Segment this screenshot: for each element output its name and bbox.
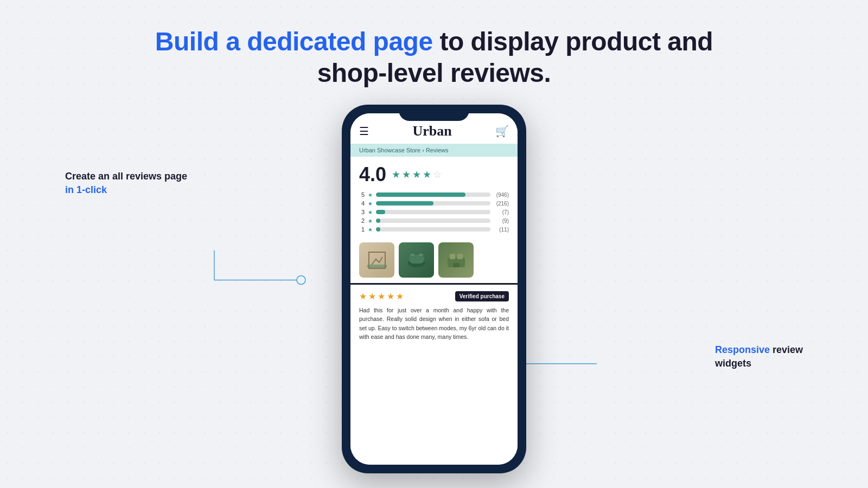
svg-rect-6 bbox=[410, 254, 414, 256]
phone-notch bbox=[399, 105, 469, 121]
mini-star-2: ★ bbox=[368, 218, 373, 224]
mini-star-3: ★ bbox=[368, 209, 373, 215]
overall-rating: 4.0 ★ ★ ★ ★ ☆ bbox=[359, 163, 509, 186]
review-star-5: ★ bbox=[396, 291, 404, 301]
annotation-right-rest: review bbox=[770, 344, 803, 355]
svg-rect-10 bbox=[457, 254, 463, 259]
overall-stars: ★ ★ ★ ★ ☆ bbox=[392, 169, 442, 181]
annotation-right-text: Responsive review widgets bbox=[715, 344, 803, 369]
count-2: (9) bbox=[494, 218, 509, 224]
label-3: 3 bbox=[359, 209, 365, 215]
main-heading: Build a dedicated page to display produc… bbox=[155, 26, 713, 88]
star-1: ★ bbox=[392, 169, 400, 181]
page-wrapper: Build a dedicated page to display produc… bbox=[0, 0, 868, 488]
thumb-inner-1 bbox=[359, 242, 394, 278]
bar-fill-1 bbox=[376, 227, 380, 232]
photo-thumb-1 bbox=[359, 242, 394, 278]
bar-track-5 bbox=[376, 192, 490, 197]
photo-thumb-3 bbox=[438, 242, 474, 278]
review-star-4: ★ bbox=[387, 291, 394, 301]
overall-score: 4.0 bbox=[359, 163, 386, 186]
count-3: (7) bbox=[494, 209, 509, 215]
svg-rect-11 bbox=[453, 263, 459, 267]
mini-star-5: ★ bbox=[368, 192, 373, 198]
star-3: ★ bbox=[412, 169, 421, 181]
bar-track-3 bbox=[376, 210, 490, 214]
rating-bars: 5 ★ (946) 4 ★ bbox=[359, 191, 509, 233]
review-star-3: ★ bbox=[378, 291, 385, 301]
review-card: ★ ★ ★ ★ ★ Verified purchase Had this for… bbox=[350, 285, 518, 465]
thumb-inner-2 bbox=[399, 242, 434, 278]
photo-strip bbox=[350, 237, 518, 283]
star-2: ★ bbox=[402, 169, 411, 181]
heading-line2: shop-level reviews. bbox=[155, 57, 713, 89]
svg-rect-9 bbox=[450, 254, 455, 259]
annotation-right-line2: widgets bbox=[715, 358, 751, 369]
annotation-left: Create an all reviews page in 1-click bbox=[65, 170, 187, 197]
phone-mockup: ☰ Urban 🛒 Urban Showcase Store › Reviews… bbox=[342, 105, 526, 473]
label-2: 2 bbox=[359, 217, 365, 224]
thumb-inner-3 bbox=[438, 242, 474, 278]
rating-row-5: 5 ★ (946) bbox=[359, 191, 509, 198]
svg-rect-5 bbox=[409, 255, 424, 264]
count-1: (11) bbox=[494, 227, 509, 233]
bar-fill-4 bbox=[376, 201, 433, 206]
annotation-right: Responsive review widgets bbox=[715, 343, 803, 370]
mini-star-4: ★ bbox=[368, 201, 373, 207]
svg-rect-7 bbox=[419, 254, 423, 256]
rating-row-4: 4 ★ (216) bbox=[359, 200, 509, 207]
bar-fill-5 bbox=[376, 192, 465, 197]
heading-rest: to display product and bbox=[433, 27, 713, 56]
svg-rect-3 bbox=[367, 265, 387, 268]
count-5: (946) bbox=[494, 192, 509, 198]
count-4: (216) bbox=[494, 201, 509, 207]
bar-track-2 bbox=[376, 219, 490, 223]
bar-track-4 bbox=[376, 201, 490, 206]
label-4: 4 bbox=[359, 200, 365, 207]
bar-fill-2 bbox=[376, 219, 380, 223]
review-star-1: ★ bbox=[359, 291, 367, 301]
cart-icon: 🛒 bbox=[495, 125, 509, 138]
review-star-2: ★ bbox=[368, 291, 376, 301]
main-content: Create an all reviews page in 1-click Re… bbox=[0, 99, 868, 488]
rating-row-3: 3 ★ (7) bbox=[359, 209, 509, 215]
annotation-left-text: Create an all reviews page in 1-click bbox=[65, 170, 187, 197]
review-stars: ★ ★ ★ ★ ★ bbox=[359, 291, 404, 301]
heading-blue: Build a dedicated page bbox=[155, 27, 433, 56]
breadcrumb-bar: Urban Showcase Store › Reviews bbox=[350, 144, 518, 157]
rating-row-1: 1 ★ (11) bbox=[359, 226, 509, 233]
breadcrumb-text: Urban Showcase Store › Reviews bbox=[359, 147, 448, 153]
rating-row-2: 2 ★ (9) bbox=[359, 217, 509, 224]
reviews-summary: 4.0 ★ ★ ★ ★ ☆ 5 ★ bbox=[350, 157, 518, 237]
hamburger-icon: ☰ bbox=[359, 125, 369, 138]
annotation-left-line1: Create an all reviews page bbox=[65, 171, 187, 182]
verified-badge: Verified purchase bbox=[455, 291, 509, 301]
label-1: 1 bbox=[359, 226, 365, 233]
bar-fill-3 bbox=[376, 210, 385, 214]
star-5: ☆ bbox=[433, 169, 442, 181]
store-name: Urban bbox=[412, 123, 451, 139]
bar-track-1 bbox=[376, 227, 490, 232]
mini-star-1: ★ bbox=[368, 227, 373, 233]
label-5: 5 bbox=[359, 191, 365, 198]
photo-thumb-2 bbox=[399, 242, 434, 278]
phone-screen: ☰ Urban 🛒 Urban Showcase Store › Reviews… bbox=[350, 113, 518, 465]
annotation-right-blue: Responsive bbox=[715, 344, 770, 355]
review-header: ★ ★ ★ ★ ★ Verified purchase bbox=[359, 291, 509, 301]
review-text: Had this for just over a month and happy… bbox=[359, 306, 509, 341]
star-4: ★ bbox=[423, 169, 431, 181]
annotation-left-line2: in 1-click bbox=[65, 184, 107, 195]
svg-point-0 bbox=[297, 276, 305, 285]
